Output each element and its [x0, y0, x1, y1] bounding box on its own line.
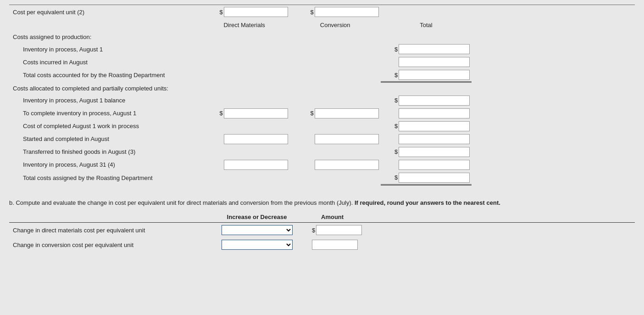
inv-aug1-total-input[interactable]: [399, 44, 470, 54]
table-row: Started and completed in August: [9, 133, 635, 146]
inv-aug31-dm-cell: [199, 158, 290, 171]
cost-per-unit-dm-cell: $: [199, 5, 290, 19]
dm-increase-decrease-select[interactable]: Increase Decrease: [222, 225, 293, 235]
total-assigned-total-input[interactable]: [399, 173, 470, 183]
header-total: Total: [381, 19, 472, 31]
inv-aug31-total-input[interactable]: [399, 160, 470, 170]
column-headers: Direct Materials Conversion Total: [9, 19, 635, 31]
section-b-title-text: b. Compute and evaluate the change in co…: [9, 199, 353, 206]
dollar-sign-b1: $: [312, 227, 315, 234]
header-conversion: Conversion: [290, 19, 381, 31]
b-data-row-dm: Change in direct materials cost per equi…: [9, 223, 635, 238]
table-row: Costs incurred in August: [9, 56, 635, 68]
section-b-table: Increase or Decrease Amount Change in di…: [9, 212, 635, 252]
table-row: Inventory in process, August 1 balance $: [9, 94, 635, 107]
conv-increase-decrease-select[interactable]: Increase Decrease: [222, 240, 293, 250]
dm-amount-input[interactable]: [316, 225, 362, 235]
total-costs-roasting-input[interactable]: [399, 70, 470, 80]
row-label-inv-aug1-balance: Inventory in process, August 1 balance: [9, 94, 199, 107]
started-completed-dm-input[interactable]: [224, 134, 288, 144]
b-header-increase-decrease: Increase or Decrease: [206, 212, 307, 223]
transferred-total-cell: $: [381, 146, 472, 158]
costs-allocated-label-row: Costs allocated to completed and partial…: [9, 82, 635, 94]
costs-allocated-label: Costs allocated to completed and partial…: [9, 82, 199, 94]
b-dm-amount-cell: $: [307, 223, 399, 238]
inv-aug1-total-cell: $: [381, 43, 472, 56]
row-label-cost-completed-aug1: Cost of completed August 1 work in proce…: [9, 120, 199, 133]
costs-incurred-total-input[interactable]: [399, 57, 470, 67]
b-dm-dropdown-cell: Increase Decrease: [206, 223, 307, 238]
b-conv-amount-cell: [307, 237, 399, 252]
inv-aug31-total-cell: [381, 158, 472, 171]
dollar-sign-9: $: [394, 148, 398, 155]
b-row-label-dm: Change in direct materials cost per equi…: [9, 223, 206, 238]
dollar-sign-7: $: [310, 110, 313, 117]
b-header-amount: Amount: [307, 212, 399, 223]
inv-aug31-dm-input[interactable]: [224, 160, 288, 170]
cost-per-unit-row: Cost per equivalent unit (2) $ $: [9, 5, 635, 19]
table-row: Total costs assigned by the Roasting Dep…: [9, 171, 635, 185]
to-complete-conv-cell: $: [290, 107, 381, 120]
b-data-row-conv: Change in conversion cost per equivalent…: [9, 237, 635, 252]
cost-per-unit-label: Cost per equivalent unit (2): [9, 5, 199, 19]
row-label-started-completed: Started and completed in August: [9, 133, 199, 146]
row-label-inv-aug31: Inventory in process, August 31 (4): [9, 158, 199, 171]
started-completed-conv-cell: [290, 133, 381, 146]
cost-per-unit-conv-cell: $: [290, 5, 381, 19]
dollar-sign-4: $: [394, 72, 398, 79]
cost-per-unit-dm-input[interactable]: [224, 7, 288, 17]
costs-incurred-total-cell: [381, 56, 472, 68]
table-row: Transferred to finished goods in August …: [9, 146, 635, 158]
row-label-total-assigned: Total costs assigned by the Roasting Dep…: [9, 171, 199, 185]
table-row: Total costs accounted for by the Roastin…: [9, 68, 635, 82]
transferred-total-input[interactable]: [399, 147, 470, 157]
b-header-row: Increase or Decrease Amount: [9, 212, 635, 223]
total-costs-roasting-cell: $: [381, 68, 472, 82]
started-completed-total-cell: [381, 133, 472, 146]
inv-aug1-balance-total-input[interactable]: [399, 96, 470, 106]
cost-completed-aug1-total-input[interactable]: [399, 121, 470, 131]
row-label-costs-incurred: Costs incurred in August: [9, 56, 199, 68]
table-row: Cost of completed August 1 work in proce…: [9, 120, 635, 133]
to-complete-conv-input[interactable]: [315, 108, 379, 118]
page: Cost per equivalent unit (2) $ $: [0, 0, 644, 315]
row-label-to-complete: To complete inventory in process, August…: [9, 107, 199, 120]
dollar-sign-3: $: [394, 46, 398, 53]
costs-assigned-label: Costs assigned to production:: [9, 31, 199, 43]
dollar-sign-1: $: [219, 9, 222, 16]
dollar-sign-6: $: [219, 110, 222, 117]
started-completed-dm-cell: [199, 133, 290, 146]
cost-completed-aug1-total-cell: $: [381, 120, 472, 133]
inv-aug31-conv-cell: [290, 158, 381, 171]
table-row: Inventory in process, August 1 $: [9, 43, 635, 56]
to-complete-dm-input[interactable]: [224, 108, 288, 118]
inv-aug31-conv-input[interactable]: [315, 160, 379, 170]
total-assigned-total-cell: $: [381, 171, 472, 185]
costs-assigned-label-row: Costs assigned to production:: [9, 31, 635, 43]
cost-per-unit-section: Cost per equivalent unit (2) $ $: [9, 5, 635, 186]
to-complete-dm-cell: $: [199, 107, 290, 120]
to-complete-total-input[interactable]: [399, 108, 470, 118]
row-label-transferred: Transferred to finished goods in August …: [9, 146, 199, 158]
header-direct-materials: Direct Materials: [199, 19, 290, 31]
cost-per-unit-conv-input[interactable]: [315, 7, 379, 17]
section-b: b. Compute and evaluate the change in co…: [9, 195, 635, 253]
section-b-title-bold: If required, round your answers to the n…: [353, 199, 500, 206]
dollar-sign-10: $: [394, 174, 398, 181]
inv-aug1-balance-total-cell: $: [381, 94, 472, 107]
table-row: To complete inventory in process, August…: [9, 107, 635, 120]
section-b-title: b. Compute and evaluate the change in co…: [9, 195, 635, 212]
conv-amount-input[interactable]: [312, 240, 358, 250]
dollar-sign-2: $: [310, 9, 313, 16]
to-complete-total-cell: [381, 107, 472, 120]
row-label-total-costs-roasting: Total costs accounted for by the Roastin…: [9, 68, 199, 82]
table-row: Inventory in process, August 31 (4): [9, 158, 635, 171]
started-completed-total-input[interactable]: [399, 134, 470, 144]
dollar-sign-8: $: [394, 123, 398, 129]
b-conv-dropdown-cell: Increase Decrease: [206, 237, 307, 252]
dollar-sign-5: $: [394, 97, 398, 104]
row-label-inv-aug1: Inventory in process, August 1: [9, 43, 199, 56]
started-completed-conv-input[interactable]: [315, 134, 379, 144]
b-row-label-conv: Change in conversion cost per equivalent…: [9, 237, 206, 252]
